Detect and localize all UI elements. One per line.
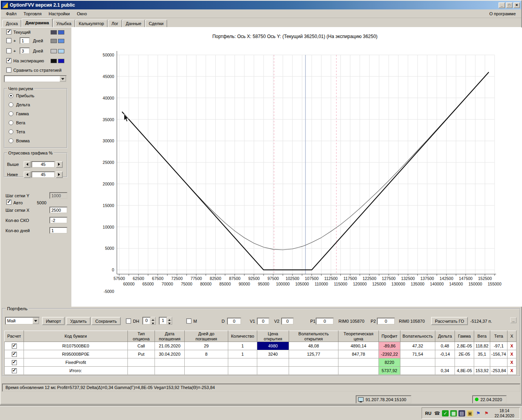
plus1-days-input[interactable] [20, 37, 30, 44]
compare-strategy-checkbox[interactable] [6, 67, 11, 73]
current-swatch-1[interactable] [51, 30, 57, 35]
chevron-down-icon[interactable] [60, 76, 66, 82]
import-button[interactable]: Импорт [42, 317, 65, 325]
check-icon[interactable]: ✓ [442, 410, 449, 416]
cell-0-9: 47,32 [400, 342, 435, 350]
plus1-swatch-2[interactable] [58, 39, 64, 43]
title-bar[interactable]: OptionFVV версия 2.1 public _ □ ✕ [1, 1, 521, 9]
p2-input[interactable] [377, 318, 395, 325]
below-increase-button[interactable] [56, 171, 63, 178]
days-count-input[interactable] [49, 227, 67, 234]
tab-3[interactable]: Калькулятор [75, 20, 107, 27]
tab-1[interactable]: Диаграмма [22, 18, 52, 27]
sko-row: Кол-во СКО [3, 217, 71, 225]
draw-option-3[interactable]: Вега [5, 118, 67, 127]
tab-4[interactable]: Лог [108, 20, 122, 27]
grid-icon[interactable]: ▦ [450, 410, 457, 416]
month-select[interactable]: Май [5, 317, 40, 325]
tab-5[interactable]: Данные [122, 20, 145, 27]
draw-option-0[interactable]: Прибыль [5, 91, 67, 100]
below-decrease-button[interactable] [24, 171, 31, 178]
menu-item-0[interactable]: Файл [2, 10, 20, 18]
auto-grid-checkbox[interactable] [6, 200, 11, 205]
collapse-panel-button[interactable]: _ [510, 317, 517, 323]
expiration-swatch-2[interactable] [58, 59, 64, 63]
tab-0[interactable]: Доска [2, 20, 21, 27]
plus3-swatch-2[interactable] [58, 49, 64, 53]
radio-icon[interactable] [9, 138, 13, 143]
close-position-button[interactable]: X [507, 367, 517, 375]
tab-6[interactable]: Сделки [145, 20, 167, 27]
current-checkbox[interactable] [6, 29, 11, 35]
flag-blue-icon[interactable]: ⚑ [475, 410, 482, 416]
radio-icon[interactable] [9, 120, 13, 125]
v1-input[interactable] [257, 318, 269, 325]
dh-checkbox[interactable] [126, 318, 131, 324]
sko-input[interactable] [49, 217, 67, 224]
close-position-button[interactable]: X [507, 350, 517, 358]
radio-icon[interactable] [9, 102, 13, 107]
row-calc-checkbox[interactable] [12, 344, 17, 349]
save-button[interactable]: Сохранить [91, 317, 121, 325]
v2-input[interactable] [281, 318, 294, 325]
draw-option-2[interactable]: Гамма [5, 109, 67, 118]
spin-down-icon[interactable] [167, 321, 172, 325]
cell-2-6 [289, 358, 338, 367]
row-calc-checkbox[interactable] [12, 352, 17, 357]
plus3-days-input[interactable] [20, 47, 30, 54]
menu-item-2[interactable]: Настройки [45, 10, 73, 18]
spin-up-icon[interactable] [167, 317, 172, 321]
current-swatch-2[interactable] [58, 30, 64, 35]
taskbar[interactable]: RU ☎✓▦▤▣⚑⚑ 18:14 22.04.2020 [0, 406, 522, 420]
above-decrease-button[interactable] [24, 161, 31, 168]
maximize-button[interactable]: □ [506, 2, 513, 8]
spin-down-icon[interactable] [151, 321, 156, 325]
monitor-icon[interactable]: ▤ [458, 410, 465, 416]
phone-icon[interactable]: ☎ [434, 410, 440, 416]
plus3-checkbox[interactable] [6, 48, 11, 53]
minimize-button[interactable]: _ [498, 2, 505, 8]
delete-button[interactable]: Удалить [66, 317, 91, 325]
d-input[interactable] [227, 318, 241, 325]
dh-spinner-1[interactable]: 0 [142, 317, 156, 325]
radio-icon[interactable] [9, 129, 13, 134]
close-position-button[interactable]: X [507, 358, 517, 367]
radio-icon[interactable] [9, 111, 13, 116]
above-increase-button[interactable] [56, 161, 63, 168]
menu-item-3[interactable]: Окно [73, 10, 91, 18]
expiration-checkbox[interactable] [6, 58, 11, 63]
strategy-select[interactable] [4, 75, 67, 82]
col-header-15: X [507, 331, 517, 342]
row-calc-checkbox[interactable] [12, 368, 17, 373]
expiration-swatch-1[interactable] [51, 59, 57, 63]
portfolio-controls: Май Импорт Удалить Сохранить DH 0 1 М [3, 311, 520, 328]
m-checkbox[interactable] [186, 318, 191, 324]
p1-input[interactable] [316, 318, 334, 325]
grid-step-x-input[interactable] [49, 207, 67, 213]
draw-option-1[interactable]: Дельта [5, 100, 67, 109]
flag-red-icon[interactable]: ⚑ [483, 410, 490, 416]
spin-up-icon[interactable] [151, 317, 156, 321]
calc-cell [5, 358, 24, 367]
tab-content-diagram: Текущий + Дней + Дней [1, 27, 521, 306]
draw-option-4[interactable]: Тета [5, 127, 67, 136]
row-calc-checkbox[interactable] [12, 360, 17, 365]
plus1-checkbox[interactable] [6, 38, 11, 43]
calc-go-button[interactable]: Рассчитать ГО [431, 317, 468, 325]
note-icon[interactable]: ▣ [467, 410, 473, 416]
language-indicator[interactable]: RU [425, 411, 431, 416]
x-tick-label: 155000 [487, 282, 501, 286]
plus3-swatch-1[interactable] [51, 49, 57, 53]
draw-option-5[interactable]: Вомма [5, 136, 67, 145]
dh-spinner-2[interactable]: 1 [159, 317, 172, 325]
menu-about[interactable]: О программе [486, 11, 520, 16]
chevron-down-icon[interactable] [33, 318, 39, 324]
radio-icon[interactable] [9, 93, 13, 98]
cell-2-9 [400, 358, 435, 367]
tab-2[interactable]: Улыбка [53, 20, 75, 27]
plus1-swatch-1[interactable] [51, 39, 57, 43]
x-tick-label: 57500 [113, 276, 125, 281]
menu-item-1[interactable]: Торговля [20, 10, 45, 18]
close-position-button[interactable]: X [507, 342, 517, 350]
close-button[interactable]: ✕ [513, 2, 520, 8]
